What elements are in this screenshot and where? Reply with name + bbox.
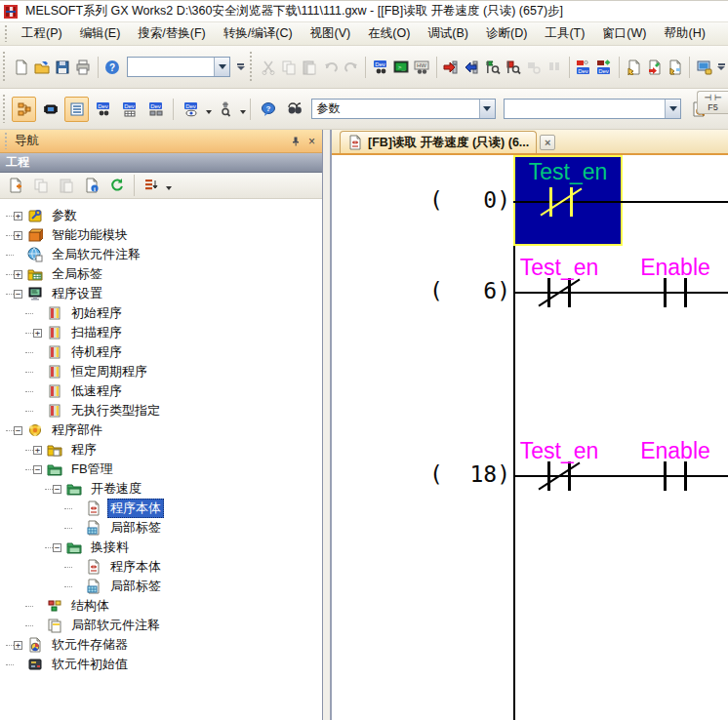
tree-expander[interactable]: − <box>14 290 22 299</box>
menu-item-4[interactable]: 视图(V) <box>302 22 360 45</box>
zoom-tool-caret-icon[interactable] <box>238 100 246 118</box>
sort-filter-icon[interactable] <box>140 175 163 197</box>
menu-item-0[interactable]: 工程(P) <box>13 22 71 45</box>
print-icon[interactable] <box>73 55 92 80</box>
device-test-on-icon[interactable]: Dev <box>595 55 614 80</box>
tree-expander[interactable]: + <box>33 446 42 455</box>
no-contact-bar[interactable] <box>664 461 667 491</box>
tree-expander[interactable]: + <box>14 270 22 279</box>
tree-expander[interactable]: + <box>33 329 42 338</box>
tree-expander[interactable]: + <box>14 212 22 220</box>
plc-write-icon[interactable] <box>442 55 461 80</box>
toolbar-options-icon[interactable] <box>717 55 726 80</box>
menu-item-8[interactable]: 工具(T) <box>536 22 593 45</box>
tree-item-label[interactable]: 程序 <box>68 440 100 460</box>
close-icon[interactable]: × <box>303 133 320 149</box>
new-data-icon[interactable] <box>4 175 27 197</box>
tree-item-label[interactable]: 局部标签 <box>107 577 164 596</box>
module-config-icon[interactable] <box>38 97 62 122</box>
tree-item-label[interactable]: 换接料 <box>88 538 132 557</box>
tree-item-label[interactable]: 全局标签 <box>49 264 105 284</box>
tree-item-label[interactable]: 初始程序 <box>68 303 125 323</box>
find-text-combo[interactable] <box>504 99 682 119</box>
tree-item-label[interactable]: 待机程序 <box>68 342 125 362</box>
help-balloon-icon[interactable]: ? <box>256 97 280 122</box>
navigation-toggle-icon[interactable] <box>12 97 36 122</box>
menu-item-9[interactable]: 窗口(W) <box>593 22 655 45</box>
quick-access-combo-dropdown-icon[interactable] <box>214 58 229 76</box>
nc-contact-bar[interactable] <box>568 461 571 491</box>
tree-item-label[interactable]: 程序本体 <box>107 499 164 518</box>
tree-expander[interactable]: − <box>53 485 61 494</box>
tree-item-label[interactable]: 程序部件 <box>49 420 105 440</box>
nc-contact-bar[interactable] <box>570 187 573 217</box>
monitor-write-mode-icon[interactable]: HW <box>413 55 431 80</box>
menu-item-2[interactable]: 搜索/替换(F) <box>129 22 214 45</box>
sort-filter-caret-icon[interactable] <box>164 177 172 194</box>
ladder-symbol-toolbar-fragment[interactable]: ⊣ ⊢ F5 <box>697 91 728 114</box>
tree-item-label[interactable]: 程序设置 <box>49 284 105 303</box>
tree-item-label[interactable]: 全局软元件注释 <box>49 245 143 264</box>
find-icon[interactable] <box>282 97 306 122</box>
data-info-icon[interactable]: i <box>80 175 103 197</box>
toolbar-options-icon[interactable] <box>236 55 245 80</box>
no-contact-bar[interactable] <box>664 278 667 307</box>
device-comment-view-icon[interactable]: Dev <box>91 97 115 122</box>
find-text-combo-dropdown-icon[interactable] <box>665 100 680 118</box>
tab-close-icon[interactable]: × <box>540 135 555 150</box>
menu-grip[interactable] <box>5 25 10 41</box>
tree-item-label[interactable]: 开卷速度 <box>88 479 144 499</box>
help-icon[interactable]: ? <box>103 55 122 80</box>
no-contact-bar[interactable] <box>684 461 687 491</box>
tree-item-label[interactable]: 程序本体 <box>107 557 164 577</box>
tree-item-label[interactable]: 局部软元件注释 <box>68 616 163 635</box>
list-view-icon[interactable] <box>64 97 89 122</box>
menu-item-10[interactable]: 帮助(H) <box>655 22 713 45</box>
tree-item-label[interactable]: 软元件存储器 <box>49 635 131 655</box>
nc-contact-bar[interactable] <box>568 278 571 307</box>
device-display-caret-icon[interactable] <box>204 100 212 118</box>
tree-expander[interactable]: + <box>14 641 22 650</box>
menu-item-1[interactable]: 编辑(E) <box>71 22 130 45</box>
tree-expander[interactable]: + <box>14 231 22 240</box>
device-find-icon[interactable]: Dev <box>371 55 389 80</box>
remote-operation-icon[interactable] <box>695 55 713 80</box>
quick-access-combo[interactable] <box>127 57 230 77</box>
device-test-off-icon[interactable]: Dev <box>575 55 593 80</box>
tree-item-label[interactable]: 低速程序 <box>68 381 125 401</box>
navigation-grip[interactable] <box>5 133 10 148</box>
tree-item-label[interactable]: 结构体 <box>68 596 112 616</box>
menu-item-7[interactable]: 诊断(D) <box>477 22 536 45</box>
note-jump-icon[interactable] <box>666 55 684 80</box>
open-project-icon[interactable] <box>32 55 51 80</box>
toolbar-grip[interactable] <box>3 95 8 123</box>
new-project-icon[interactable] <box>12 55 30 80</box>
menu-item-6[interactable]: 调试(B) <box>419 22 477 45</box>
save-project-icon[interactable] <box>53 55 71 80</box>
tree-expander[interactable]: − <box>14 426 22 435</box>
tree-item-label[interactable]: 恒定周期程序 <box>68 362 150 381</box>
refresh-icon[interactable] <box>105 175 129 197</box>
find-target-combo-dropdown-icon[interactable] <box>479 100 495 118</box>
monitor-stop-icon[interactable] <box>504 55 522 80</box>
device-memory-view-icon[interactable]: Dev <box>117 97 142 122</box>
tree-item-label[interactable]: 局部标签 <box>107 518 164 538</box>
document-tab[interactable]: [FB]读取 开卷速度 (只读) (6... <box>340 131 537 153</box>
panel-splitter[interactable] <box>323 130 330 720</box>
tree-item-label[interactable]: FB管理 <box>68 460 116 479</box>
pin-icon[interactable] <box>287 133 303 149</box>
toolbar-grip[interactable] <box>3 52 8 81</box>
no-contact-bar[interactable] <box>684 278 687 307</box>
statement-jump-icon[interactable] <box>645 55 664 80</box>
ladder-canvas[interactable]: ( 0)Test_en( 6)Test_enEnable( 18)Test_en… <box>332 155 728 720</box>
toolbar-grip[interactable] <box>250 52 255 81</box>
nc-contact-bar[interactable] <box>547 461 550 491</box>
device-blocks-view-icon[interactable]: Dev <box>143 97 168 122</box>
tree-item-label[interactable]: 无执行类型指定 <box>68 401 163 420</box>
nc-contact-bar[interactable] <box>549 187 552 217</box>
find-target-combo[interactable]: 参数 <box>311 99 495 119</box>
tree-expander[interactable]: − <box>53 543 61 552</box>
menu-item-5[interactable]: 在线(O) <box>359 22 419 45</box>
device-display-icon[interactable]: Dev <box>179 97 203 122</box>
tree-item-label[interactable]: 扫描程序 <box>68 323 125 342</box>
